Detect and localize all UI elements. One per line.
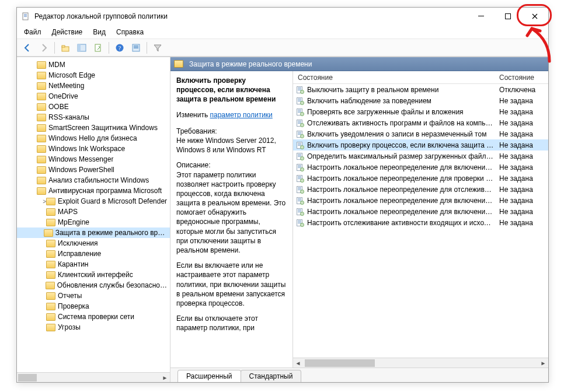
tree-item[interactable]: Исправление bbox=[17, 249, 170, 259]
svg-rect-43 bbox=[298, 144, 301, 145]
setting-row[interactable]: Проверять все загруженные файлы и вложен… bbox=[293, 106, 548, 117]
svg-rect-79 bbox=[298, 223, 301, 223]
setting-row[interactable]: Отслеживать активность программ и файлов… bbox=[293, 117, 548, 128]
properties-button[interactable] bbox=[129, 41, 143, 55]
tree-item[interactable]: RSS-каналы bbox=[17, 112, 170, 123]
export-button[interactable] bbox=[91, 41, 105, 55]
setting-icon bbox=[295, 196, 305, 205]
svg-point-45 bbox=[301, 145, 304, 149]
edit-line: Изменить параметр политики bbox=[176, 110, 287, 120]
svg-rect-72 bbox=[298, 209, 301, 210]
svg-rect-32 bbox=[298, 121, 301, 121]
tree-item[interactable]: Обновления службы безопасности bbox=[17, 280, 170, 290]
tree-item[interactable]: Клиентский интерфейс bbox=[17, 270, 170, 280]
setting-row[interactable]: Включить проверку процессов, если включе… bbox=[293, 139, 548, 150]
tree-item[interactable]: Анализ стабильности Windows bbox=[17, 175, 170, 186]
list-hscrollbar[interactable]: ◄ ► bbox=[293, 358, 548, 368]
tree-item[interactable]: MDM bbox=[17, 60, 170, 70]
help-button[interactable]: ? bbox=[113, 41, 127, 55]
tree-item[interactable]: MAPS bbox=[17, 206, 170, 217]
tree-item[interactable]: Windows Messenger bbox=[17, 154, 170, 164]
minimize-button[interactable] bbox=[468, 8, 495, 25]
tree-item[interactable]: Windows Hello для бизнеса bbox=[17, 133, 170, 144]
edit-policy-link[interactable]: параметр политики bbox=[210, 111, 272, 119]
tree-item[interactable]: OneDrive bbox=[17, 91, 170, 102]
setting-row[interactable]: Выключить защиту в реальном времениОтклю… bbox=[293, 84, 548, 95]
menu-action[interactable]: Действие bbox=[47, 27, 88, 37]
svg-rect-49 bbox=[298, 156, 301, 157]
folder-icon bbox=[37, 93, 46, 100]
menu-help[interactable]: Справка bbox=[112, 27, 148, 37]
description-text: Этот параметр политики позволяет настрои… bbox=[176, 170, 287, 256]
setting-row[interactable]: Настроить отслеживание активности входящ… bbox=[293, 217, 548, 228]
setting-row[interactable]: Определить максимальный размер загруженн… bbox=[293, 150, 548, 162]
tree-item[interactable]: NetMeeting bbox=[17, 80, 170, 91]
tree-item[interactable]: Защита в режиме реального времени bbox=[17, 228, 170, 238]
svg-rect-24 bbox=[298, 101, 301, 102]
tree-item[interactable]: Исключения bbox=[17, 238, 170, 249]
maximize-button[interactable] bbox=[495, 8, 521, 25]
tree-item[interactable]: Проверка bbox=[17, 301, 170, 312]
tree-item-label: RSS-каналы bbox=[48, 113, 89, 121]
folder-icon bbox=[46, 208, 55, 216]
tree-item[interactable]: Угрозы bbox=[17, 322, 170, 332]
app-icon bbox=[22, 12, 31, 21]
column-name[interactable]: Состояние bbox=[293, 74, 499, 82]
policy-title: Включить проверку процессов, если включе… bbox=[176, 76, 287, 104]
tree-item[interactable]: >Exploit Guard в Microsoft Defender bbox=[17, 196, 170, 206]
tree-item[interactable]: Windows Ink Workspace bbox=[17, 144, 170, 154]
svg-rect-58 bbox=[298, 177, 301, 178]
tree-item[interactable]: Карантин bbox=[17, 259, 170, 270]
setting-state: Не задана bbox=[499, 219, 548, 227]
setting-state: Не задана bbox=[499, 152, 548, 160]
tab-standard[interactable]: Стандартный bbox=[241, 370, 302, 382]
tree-item[interactable]: Антивирусная программа Microsoft bbox=[17, 186, 170, 196]
setting-row[interactable]: Включить уведомления о записи в неразмеч… bbox=[293, 128, 548, 139]
setting-row[interactable]: Настроить локальное переопределение для … bbox=[293, 173, 548, 184]
svg-rect-74 bbox=[298, 212, 301, 212]
setting-name: Настроить локальное переопределение для … bbox=[307, 197, 499, 205]
svg-rect-53 bbox=[298, 166, 301, 167]
tree-item[interactable]: OOBE bbox=[17, 102, 170, 112]
setting-state: Не задана bbox=[499, 119, 548, 127]
tree-item-label: MpEngine bbox=[58, 218, 89, 226]
svg-text:?: ? bbox=[119, 45, 121, 51]
tree-item[interactable]: MpEngine bbox=[17, 217, 170, 228]
close-button[interactable] bbox=[521, 8, 548, 25]
menu-view[interactable]: Вид bbox=[88, 27, 110, 37]
setting-row[interactable]: Настроить локальное переопределение для … bbox=[293, 195, 548, 206]
content-header: Защита в режиме реального времени bbox=[170, 57, 548, 71]
setting-row[interactable]: Включить наблюдение за поведениемНе зада… bbox=[293, 95, 548, 106]
back-button[interactable] bbox=[20, 41, 34, 55]
list-rows: Выключить защиту в реальном времениОтклю… bbox=[293, 84, 548, 358]
setting-row[interactable]: Настроить локальное переопределение для … bbox=[293, 206, 548, 217]
svg-point-65 bbox=[301, 190, 304, 193]
setting-state: Не задана bbox=[499, 141, 548, 149]
folder-icon bbox=[46, 303, 55, 310]
folder-icon bbox=[37, 145, 46, 153]
tree[interactable]: MDMMicrosoft EdgeNetMeetingOneDriveOOBER… bbox=[17, 57, 170, 372]
svg-point-50 bbox=[301, 156, 304, 160]
setting-name: Настроить локальное переопределение для … bbox=[307, 174, 499, 183]
svg-rect-77 bbox=[298, 220, 301, 221]
up-button[interactable] bbox=[58, 41, 72, 55]
menu-file[interactable]: Файл bbox=[19, 27, 46, 37]
svg-rect-29 bbox=[298, 112, 301, 113]
show-tree-button[interactable] bbox=[75, 41, 89, 55]
tree-item[interactable]: Система проверки сети bbox=[17, 312, 170, 322]
filter-button[interactable] bbox=[151, 41, 165, 55]
tree-item[interactable]: SmartScreen Защитника Windows bbox=[17, 123, 170, 133]
tree-item[interactable]: Отчеты bbox=[17, 290, 170, 301]
tree-item-label: Карантин bbox=[58, 260, 88, 268]
tree-item[interactable]: Windows PowerShell bbox=[17, 164, 170, 175]
sidebar-hscrollbar[interactable]: ◄ ► bbox=[17, 372, 170, 382]
svg-point-30 bbox=[301, 112, 304, 116]
svg-rect-39 bbox=[298, 134, 301, 135]
forward-button[interactable] bbox=[37, 41, 51, 55]
tree-item-label: Windows Hello для бизнеса bbox=[48, 134, 137, 142]
setting-row[interactable]: Настроить локальное переопределение для … bbox=[293, 162, 548, 173]
setting-row[interactable]: Настроить локальное переопределение для … bbox=[293, 184, 548, 195]
column-state[interactable]: Состояние bbox=[499, 74, 548, 82]
tab-extended[interactable]: Расширенный bbox=[177, 370, 241, 382]
tree-item[interactable]: Microsoft Edge bbox=[17, 70, 170, 80]
